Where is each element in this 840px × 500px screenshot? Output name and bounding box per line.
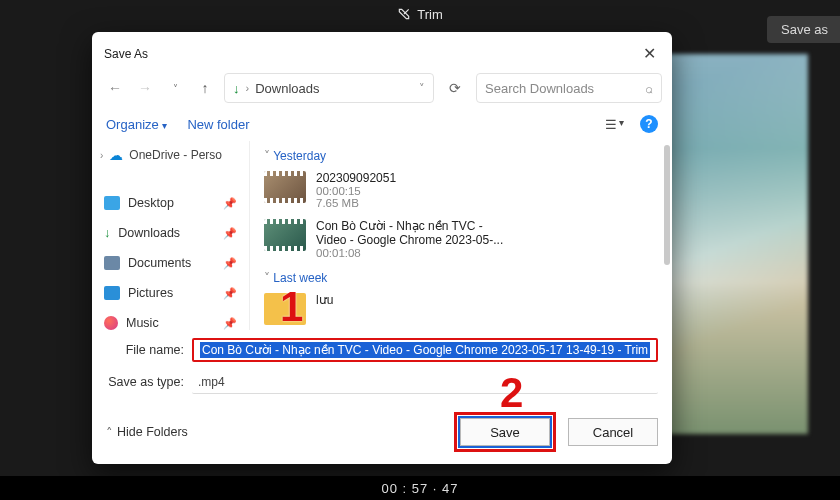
- breadcrumb-label: Downloads: [255, 81, 319, 96]
- save-as-dialog: Save As ✕ ← → ˅ ↑ ↓ › Downloads ˅ ⟳ Sear…: [92, 32, 672, 464]
- file-name: Video - Google Chrome 2023-05-...: [316, 233, 503, 247]
- dialog-title: Save As: [104, 47, 148, 61]
- file-name: lưu: [316, 293, 333, 307]
- pictures-icon: [104, 286, 120, 300]
- annotation-callout-2: 2: [500, 372, 523, 414]
- view-options[interactable]: ☰ ▾: [605, 117, 624, 132]
- file-list: Yesterday 202309092051 00:00:15 7.65 MB …: [250, 141, 672, 330]
- list-item[interactable]: Con Bò Cười - Nhạc nền TVC - Video - Goo…: [260, 217, 662, 267]
- pin-icon: 📌: [223, 317, 237, 330]
- annotation-callout-1: 1: [280, 286, 303, 328]
- file-duration: 00:00:15: [316, 185, 396, 197]
- file-name: 202309092051: [316, 171, 396, 185]
- sidebar-item-onedrive[interactable]: › ☁ OneDrive - Perso: [92, 145, 249, 165]
- close-icon[interactable]: ✕: [637, 42, 662, 65]
- sidebar-item-downloads[interactable]: ↓ Downloads 📌: [100, 223, 241, 243]
- sidebar-item-desktop[interactable]: Desktop 📌: [100, 193, 241, 213]
- app-title-bar: Trim: [0, 0, 840, 28]
- download-icon: ↓: [104, 226, 110, 240]
- app-title: Trim: [417, 7, 443, 22]
- sidebar-item-label: Pictures: [128, 286, 173, 300]
- save-fields: File name: Con Bò Cười - Nhạc nền TVC - …: [92, 330, 672, 398]
- sidebar: › ☁ OneDrive - Perso Desktop 📌 ↓ Downloa…: [92, 141, 250, 330]
- chevron-right-icon: ›: [246, 82, 250, 94]
- chevron-down-icon: ▾: [162, 120, 167, 131]
- chevron-right-icon: ›: [100, 150, 103, 161]
- list-item[interactable]: lưu: [260, 291, 662, 330]
- refresh-icon[interactable]: ⟳: [442, 80, 468, 96]
- search-input[interactable]: Search Downloads ⌕: [476, 73, 662, 103]
- download-icon: ↓: [233, 81, 240, 96]
- documents-icon: [104, 256, 120, 270]
- trim-icon: [397, 7, 411, 21]
- group-header[interactable]: Last week: [260, 267, 662, 291]
- sidebar-item-label: Desktop: [128, 196, 174, 210]
- sidebar-item-label: OneDrive - Perso: [129, 148, 222, 162]
- sidebar-item-documents[interactable]: Documents 📌: [100, 253, 241, 273]
- desktop-icon: [104, 196, 120, 210]
- list-item[interactable]: 202309092051 00:00:15 7.65 MB: [260, 169, 662, 217]
- filetype-label: Save as type:: [106, 375, 192, 389]
- pin-icon: 📌: [223, 197, 237, 210]
- group-header[interactable]: Yesterday: [260, 145, 662, 169]
- organize-menu[interactable]: Organize ▾: [106, 117, 167, 132]
- hide-folders-toggle[interactable]: Hide Folders: [106, 425, 188, 440]
- cloud-icon: ☁: [109, 147, 123, 163]
- cancel-button[interactable]: Cancel: [568, 418, 658, 446]
- sidebar-item-music[interactable]: Music 📌: [100, 313, 241, 333]
- sidebar-item-pictures[interactable]: Pictures 📌: [100, 283, 241, 303]
- nav-back-icon[interactable]: ←: [104, 77, 126, 99]
- dialog-toolbar: Organize ▾ New folder ☰ ▾ ?: [92, 111, 672, 141]
- sidebar-item-label: Documents: [128, 256, 191, 270]
- sidebar-item-label: Downloads: [118, 226, 180, 240]
- pin-icon: 📌: [223, 227, 237, 240]
- chevron-down-icon[interactable]: ˅: [164, 77, 186, 99]
- scrollbar[interactable]: [664, 145, 670, 265]
- video-thumbnail: [264, 219, 306, 251]
- search-placeholder: Search Downloads: [485, 81, 594, 96]
- search-icon: ⌕: [645, 81, 653, 96]
- save-as-button[interactable]: Save as: [767, 16, 840, 43]
- music-icon: [104, 316, 118, 330]
- dialog-nav: ← → ˅ ↑ ↓ › Downloads ˅ ⟳ Search Downloa…: [92, 69, 672, 111]
- pin-icon: 📌: [223, 287, 237, 300]
- file-size: 7.65 MB: [316, 197, 396, 209]
- breadcrumb[interactable]: ↓ › Downloads ˅: [224, 73, 434, 103]
- help-icon[interactable]: ?: [640, 115, 658, 133]
- annotation-box: Save: [454, 412, 556, 452]
- nav-forward-icon[interactable]: →: [134, 77, 156, 99]
- file-duration: 00:01:08: [316, 247, 503, 259]
- timecode: 00 : 57 · 47: [0, 476, 840, 500]
- filename-input[interactable]: Con Bò Cười - Nhạc nền TVC - Video - Goo…: [192, 338, 658, 362]
- new-folder-button[interactable]: New folder: [187, 117, 249, 132]
- filename-label: File name:: [106, 343, 192, 357]
- save-button[interactable]: Save: [460, 418, 550, 446]
- video-thumbnail: [264, 171, 306, 203]
- file-name: Con Bò Cười - Nhạc nền TVC -: [316, 219, 503, 233]
- chevron-down-icon[interactable]: ˅: [419, 82, 425, 95]
- sidebar-item-label: Music: [126, 316, 159, 330]
- pin-icon: 📌: [223, 257, 237, 270]
- video-preview-backdrop: [658, 54, 808, 434]
- nav-up-icon[interactable]: ↑: [194, 77, 216, 99]
- filetype-select[interactable]: .mp4: [192, 370, 658, 394]
